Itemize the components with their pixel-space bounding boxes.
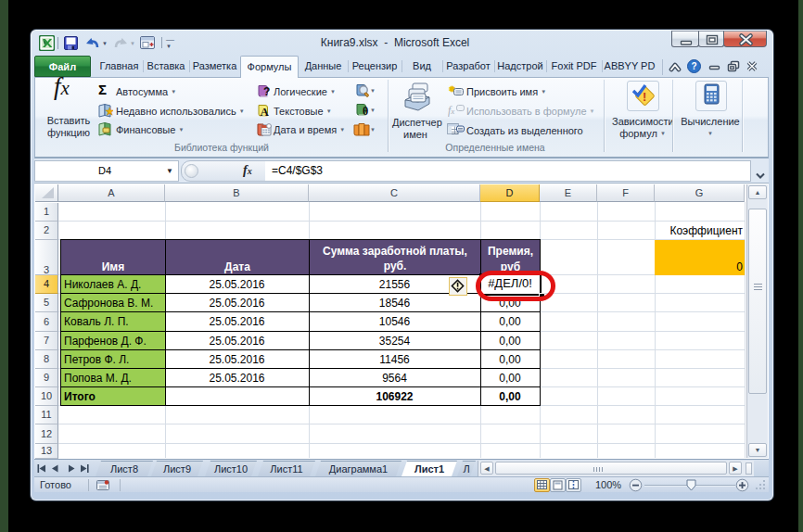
svg-text:?: ? — [691, 61, 696, 71]
svg-text:?: ? — [263, 85, 270, 98]
svg-text:A: A — [261, 105, 270, 119]
svg-text:fx: fx — [448, 104, 454, 117]
svg-text:!: ! — [643, 90, 646, 104]
svg-text:★: ★ — [106, 106, 113, 117]
svg-text:θ: θ — [363, 105, 368, 118]
